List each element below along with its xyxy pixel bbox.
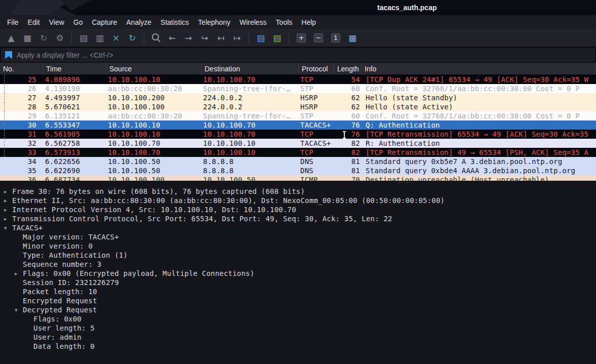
detail-line[interactable]: ▸ Ethernet II, Src: aa:bb:cc:80:30:00 (a… xyxy=(0,196,596,205)
find-packet-icon[interactable] xyxy=(149,31,163,45)
cell-length: 60 xyxy=(334,84,362,93)
zoom-100-icon[interactable]: 1 xyxy=(331,33,340,43)
detail-line[interactable]: Session ID: 2321226279 xyxy=(0,278,596,287)
conversation-indicator xyxy=(4,93,5,102)
start-capture-icon[interactable]: ▲ xyxy=(5,31,18,45)
packet-list: No. Time Source Destination Protocol Len… xyxy=(0,63,596,181)
menu-view[interactable]: View xyxy=(45,16,69,28)
menu-go[interactable]: Go xyxy=(69,16,88,28)
capture-options-icon[interactable]: ⚙ xyxy=(53,31,66,45)
cell-time: 6.562758 xyxy=(43,139,106,148)
save-capture-file-icon[interactable]: ▥ xyxy=(93,31,106,45)
detail-line[interactable]: ▸ Internet Protocol Version 4, Src: 10.1… xyxy=(0,205,596,214)
packet-row[interactable]: 31 6.561905 10.10.100.10 10.10.100.70 TC… xyxy=(0,130,596,139)
go-back-icon[interactable]: ← xyxy=(166,31,179,45)
column-header-src[interactable]: Source xyxy=(106,63,202,74)
toolbar-separator xyxy=(249,32,249,44)
detail-line[interactable]: Data length: 0 xyxy=(0,342,596,351)
packet-row[interactable]: 34 6.622656 10.10.100.50 8.8.8.8 DNS 81 … xyxy=(0,157,596,166)
auto-scroll-icon[interactable]: ▤ xyxy=(270,31,284,45)
column-header-info[interactable]: Info xyxy=(362,63,596,74)
go-to-packet-icon[interactable]: ↪ xyxy=(198,31,211,45)
detail-line[interactable]: User length: 5 xyxy=(0,323,596,333)
zoom-out-icon[interactable]: − xyxy=(314,33,323,43)
reload-capture-file-icon[interactable]: ↻ xyxy=(126,31,139,45)
detail-line[interactable]: Minor version: 0 xyxy=(0,241,596,251)
menu-help[interactable]: Help xyxy=(297,16,321,28)
detail-line[interactable]: Encrypted Request xyxy=(0,296,596,305)
detail-line[interactable]: Flags: 0x00 xyxy=(0,314,596,323)
restart-capture-icon[interactable]: ↻ xyxy=(37,31,50,45)
packet-row[interactable]: 36 6.687734 10.10.100.100 10.10.100.50 I… xyxy=(0,175,596,181)
splitter-handle[interactable]: ····· xyxy=(398,179,412,185)
cell-protocol: DNS xyxy=(299,157,334,166)
pane-splitter[interactable]: ····· xyxy=(0,181,596,186)
wireshark-window: tacacs_auth.pcap File Edit View Go Captu… xyxy=(0,0,596,364)
go-to-last-packet-icon[interactable]: ↦ xyxy=(230,31,244,45)
detail-line[interactable]: Major version: TACACS+ xyxy=(0,232,596,241)
cell-length: 82 xyxy=(334,148,362,157)
expand-arrow-icon[interactable]: ▸ xyxy=(4,216,12,222)
conversation-indicator xyxy=(4,111,5,120)
menu-tools[interactable]: Tools xyxy=(271,16,297,28)
display-filter-input[interactable]: Apply a display filter ... <Ctrl-/> xyxy=(2,49,594,61)
cell-no: 36 xyxy=(0,175,43,181)
cell-info: R: Authentication xyxy=(362,139,596,148)
resize-columns-icon[interactable]: ▦ xyxy=(346,31,359,45)
open-capture-file-icon[interactable]: ▤ xyxy=(77,31,90,45)
menu-edit[interactable]: Edit xyxy=(23,16,45,28)
detail-line[interactable]: ▾ TACACS+ xyxy=(0,223,596,232)
packet-row[interactable]: 27 4.493997 10.10.100.200 224.0.0.2 HSRP… xyxy=(0,93,596,102)
expand-arrow-icon[interactable]: ▸ xyxy=(4,188,12,195)
expand-arrow-icon[interactable]: ▸ xyxy=(4,197,12,204)
column-header-dst[interactable]: Destination xyxy=(202,63,299,74)
cell-protocol: ICMP xyxy=(299,175,334,181)
detail-line[interactable]: ▸ Transmission Control Protocol, Src Por… xyxy=(0,214,596,223)
zoom-in-icon[interactable]: + xyxy=(297,33,306,43)
packet-row[interactable]: 35 6.622690 10.10.100.50 8.8.8.8 DNS 81 … xyxy=(0,166,596,175)
detail-text: Transmission Control Protocol, Src Port:… xyxy=(12,215,392,223)
toolbar-separator xyxy=(144,32,144,44)
cell-length: 60 xyxy=(334,111,362,120)
detail-line[interactable]: Packet length: 10 xyxy=(0,287,596,296)
detail-line[interactable]: ▸ Flags: 0x00 (Encrypted payload, Multip… xyxy=(0,269,596,278)
menu-telephony[interactable]: Telephony xyxy=(193,16,235,28)
packet-row[interactable]: 29 6.135121 aa:bb:cc:00:30:20 Spanning-t… xyxy=(0,111,596,120)
expand-arrow-icon[interactable]: ▸ xyxy=(4,207,12,213)
column-header-proto[interactable]: Protocol xyxy=(299,63,334,74)
packet-row[interactable]: 25 4.089896 10.10.100.10 10.10.100.70 TC… xyxy=(0,75,596,84)
column-header-len[interactable]: Length xyxy=(334,63,362,74)
menu-statistics[interactable]: Statistics xyxy=(156,16,193,28)
column-header-time[interactable]: Time xyxy=(43,63,106,74)
detail-line[interactable]: Sequence number: 3 xyxy=(0,260,596,269)
expand-arrow-icon[interactable]: ▸ xyxy=(15,270,23,277)
column-header-no[interactable]: No. xyxy=(0,63,43,74)
detail-line[interactable]: ▾ Decrypted Request xyxy=(0,305,596,314)
expand-arrow-icon[interactable]: ▾ xyxy=(4,225,12,231)
cell-time: 6.553347 xyxy=(43,120,106,130)
packet-row[interactable]: 33 6.573913 10.10.100.70 10.10.100.10 TC… xyxy=(0,148,596,157)
packet-row[interactable]: 26 4.130190 aa:bb:cc:00:30:20 Spanning-t… xyxy=(0,84,596,93)
stop-capture-icon[interactable]: ■ xyxy=(21,31,34,45)
menu-file[interactable]: File xyxy=(3,16,23,28)
menu-capture[interactable]: Capture xyxy=(87,16,122,28)
menu-wireless[interactable]: Wireless xyxy=(235,16,271,28)
detail-text: Session ID: 2321226279 xyxy=(23,278,119,287)
menu-analyze[interactable]: Analyze xyxy=(122,16,156,28)
detail-text: TACACS+ xyxy=(12,224,43,232)
go-forward-icon[interactable]: → xyxy=(182,31,195,45)
close-capture-file-icon[interactable]: × xyxy=(109,31,123,45)
detail-line[interactable]: Type: Authentication (1) xyxy=(0,251,596,260)
colorize-packet-list-icon[interactable]: ▤ xyxy=(254,31,267,45)
go-to-first-packet-icon[interactable]: ↤ xyxy=(214,31,227,45)
detail-line[interactable]: ▸ Frame 30: 76 bytes on wire (608 bits),… xyxy=(0,187,596,196)
detail-text: Frame 30: 76 bytes on wire (608 bits), 7… xyxy=(12,187,305,195)
expand-arrow-icon[interactable]: ▾ xyxy=(15,307,23,313)
packet-row[interactable]: 28 5.670621 10.10.100.100 224.0.0.2 HSRP… xyxy=(0,102,596,111)
filter-bookmark-icon[interactable] xyxy=(5,51,12,59)
packet-row[interactable]: 32 6.562758 10.10.100.70 10.10.100.10 TA… xyxy=(0,139,596,148)
packet-row[interactable]: 30 6.553347 10.10.100.10 10.10.100.70 TA… xyxy=(0,120,596,130)
detail-line[interactable]: User: admin xyxy=(0,333,596,342)
cell-destination: 10.10.100.70 xyxy=(202,120,299,130)
conversation-indicator xyxy=(4,139,5,148)
